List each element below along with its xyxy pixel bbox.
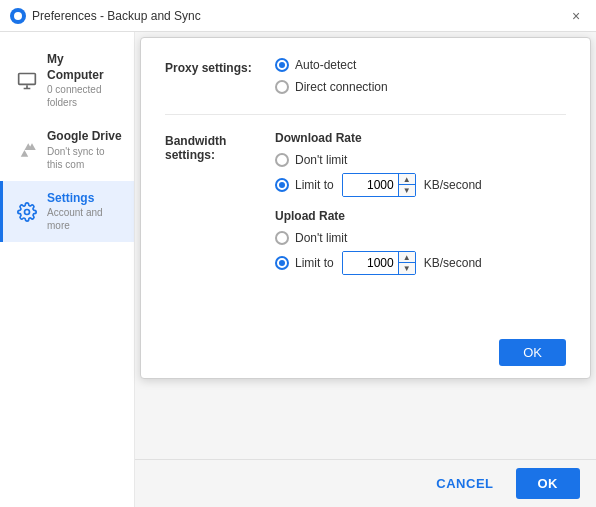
settings-icon — [15, 200, 39, 224]
svg-point-2 — [25, 209, 30, 214]
cancel-button[interactable]: CANCEL — [426, 470, 503, 497]
dialog-ok-button[interactable]: OK — [499, 339, 566, 366]
title-bar-text: Preferences - Backup and Sync — [32, 9, 201, 23]
upload-dont-limit[interactable]: Don't limit — [275, 231, 347, 245]
sidebar-item-google-drive-subtitle: Don't sync to this com — [47, 145, 122, 171]
upload-increment-button[interactable]: ▲ — [399, 252, 415, 263]
bandwidth-settings-controls: Download Rate Don't limit Limi — [275, 131, 566, 287]
svg-point-0 — [14, 12, 22, 20]
sidebar-item-google-drive-text: Google Drive Don't sync to this com — [47, 129, 122, 171]
download-limit-to-radio[interactable] — [275, 178, 289, 192]
drive-icon — [15, 138, 39, 162]
sidebar: My Computer 0 connected folders Google D… — [0, 32, 135, 507]
download-dont-limit-row: Don't limit — [275, 153, 566, 167]
dialog-footer: OK — [141, 327, 590, 378]
upload-dont-limit-radio[interactable] — [275, 231, 289, 245]
download-value-input-wrapper: ▲ ▼ — [342, 173, 416, 197]
proxy-settings-row: Proxy settings: Auto-detect Dir — [165, 58, 566, 94]
proxy-direct-connection-radio[interactable] — [275, 80, 289, 94]
download-limit-to[interactable]: Limit to — [275, 178, 334, 192]
sidebar-item-settings-text: Settings Account and more — [47, 191, 122, 233]
download-dont-limit-label: Don't limit — [295, 153, 347, 167]
sidebar-item-settings-subtitle: Account and more — [47, 206, 122, 232]
upload-decrement-button[interactable]: ▼ — [399, 263, 415, 274]
upload-dont-limit-label: Don't limit — [295, 231, 347, 245]
upload-rate-section: Upload Rate Don't limit Limit — [275, 209, 566, 275]
proxy-radio-group: Auto-detect Direct connection — [275, 58, 566, 94]
upload-dont-limit-row: Don't limit — [275, 231, 566, 245]
upload-value-input-wrapper: ▲ ▼ — [342, 251, 416, 275]
upload-limit-to[interactable]: Limit to — [275, 256, 334, 270]
bandwidth-settings-label: Bandwidth settings: — [165, 131, 275, 162]
download-rate-title: Download Rate — [275, 131, 566, 145]
download-dont-limit[interactable]: Don't limit — [275, 153, 347, 167]
sidebar-item-settings-title: Settings — [47, 191, 122, 207]
download-dont-limit-radio[interactable] — [275, 153, 289, 167]
app-icon — [10, 8, 26, 24]
download-value-input[interactable] — [343, 174, 398, 196]
svg-rect-1 — [19, 73, 36, 84]
content-area: Proxy settings: Auto-detect Dir — [135, 32, 596, 507]
bandwidth-settings-row: Bandwidth settings: Download Rate Don't … — [165, 131, 566, 287]
proxy-settings-label: Proxy settings: — [165, 58, 275, 75]
upload-value-input[interactable] — [343, 252, 398, 274]
download-increment-button[interactable]: ▲ — [399, 174, 415, 185]
divider — [165, 114, 566, 115]
download-rate-section: Download Rate Don't limit Limi — [275, 131, 566, 197]
sidebar-item-my-computer-title: My Computer — [47, 52, 122, 83]
close-button[interactable]: × — [566, 6, 586, 26]
proxy-auto-detect-radio[interactable] — [275, 58, 289, 72]
sidebar-item-my-computer-text: My Computer 0 connected folders — [47, 52, 122, 109]
sidebar-item-google-drive-title: Google Drive — [47, 129, 122, 145]
ok-button[interactable]: OK — [516, 468, 581, 499]
title-bar: Preferences - Backup and Sync × — [0, 0, 596, 32]
download-limit-to-row: Limit to ▲ ▼ KB/second — [275, 173, 566, 197]
proxy-direct-connection-label: Direct connection — [295, 80, 388, 94]
proxy-direct-connection[interactable]: Direct connection — [275, 80, 566, 94]
proxy-auto-detect-label: Auto-detect — [295, 58, 356, 72]
upload-spinner: ▲ ▼ — [398, 252, 415, 274]
upload-limit-to-label: Limit to — [295, 256, 334, 270]
upload-unit-label: KB/second — [424, 256, 482, 270]
main-layout: My Computer 0 connected folders Google D… — [0, 32, 596, 507]
sidebar-item-my-computer[interactable]: My Computer 0 connected folders — [0, 42, 134, 119]
download-decrement-button[interactable]: ▼ — [399, 185, 415, 196]
proxy-auto-detect[interactable]: Auto-detect — [275, 58, 566, 72]
bottom-bar: CANCEL OK — [135, 459, 596, 507]
sidebar-item-my-computer-subtitle: 0 connected folders — [47, 83, 122, 109]
sidebar-item-google-drive[interactable]: Google Drive Don't sync to this com — [0, 119, 134, 181]
upload-limit-to-radio[interactable] — [275, 256, 289, 270]
download-unit-label: KB/second — [424, 178, 482, 192]
upload-rate-title: Upload Rate — [275, 209, 566, 223]
download-spinner: ▲ ▼ — [398, 174, 415, 196]
download-limit-to-label: Limit to — [295, 178, 334, 192]
dialog-body: Proxy settings: Auto-detect Dir — [141, 38, 590, 327]
settings-dialog: Proxy settings: Auto-detect Dir — [140, 37, 591, 379]
computer-icon — [15, 69, 39, 93]
upload-limit-to-row: Limit to ▲ ▼ KB/second — [275, 251, 566, 275]
sidebar-item-settings[interactable]: Settings Account and more — [0, 181, 134, 243]
proxy-settings-controls: Auto-detect Direct connection — [275, 58, 566, 94]
